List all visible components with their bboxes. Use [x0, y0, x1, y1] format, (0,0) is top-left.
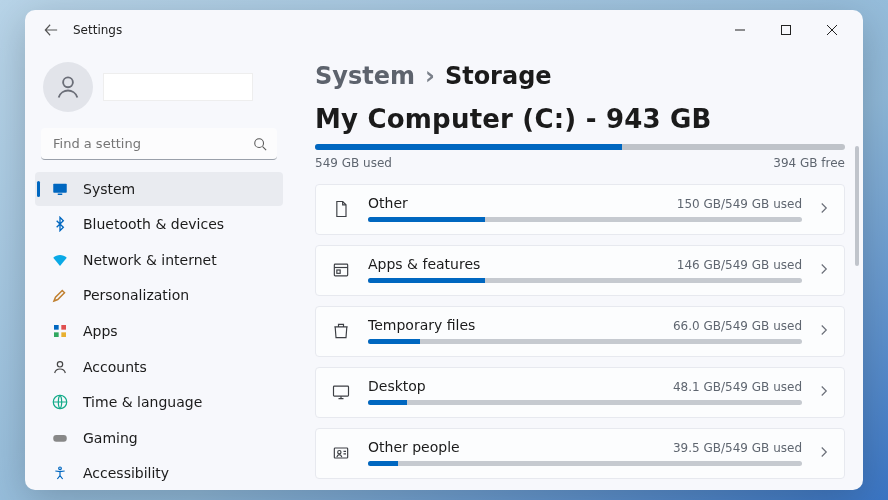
- globe-clock-icon: [51, 393, 69, 411]
- sidebar-item-system[interactable]: System: [35, 172, 283, 206]
- sidebar-item-label: Time & language: [83, 394, 202, 410]
- category-bar-fill: [368, 339, 420, 344]
- brush-icon: [51, 286, 69, 304]
- svg-rect-8: [61, 332, 66, 337]
- monitor-icon: [51, 180, 69, 198]
- sidebar-item-label: System: [83, 181, 135, 197]
- svg-point-9: [57, 361, 62, 366]
- main-content: System › Storage My Computer (C:) - 943 …: [293, 50, 863, 490]
- sidebar-item-accessibility[interactable]: Accessibility: [35, 457, 283, 491]
- svg-rect-0: [782, 26, 791, 35]
- svg-rect-15: [334, 386, 349, 396]
- category-usage-label: 48.1 GB/549 GB used: [673, 380, 802, 394]
- maximize-button[interactable]: [763, 14, 809, 46]
- sidebar-item-label: Bluetooth & devices: [83, 216, 224, 232]
- sidebar-item-label: Network & internet: [83, 252, 217, 268]
- sidebar-item-label: Accounts: [83, 359, 147, 375]
- minimize-button[interactable]: [717, 14, 763, 46]
- storage-category-row[interactable]: Desktop48.1 GB/549 GB used: [315, 367, 845, 418]
- drive-title: My Computer (C:) - 943 GB: [315, 104, 845, 134]
- category-body: Apps & features146 GB/549 GB used: [368, 256, 802, 283]
- svg-rect-11: [53, 435, 67, 442]
- desktop-icon: [330, 381, 352, 403]
- category-name: Apps & features: [368, 256, 480, 272]
- drive-free-label: 394 GB free: [773, 156, 845, 170]
- sidebar-item-network-internet[interactable]: Network & internet: [35, 243, 283, 277]
- search-input[interactable]: [41, 128, 277, 160]
- person-icon: [51, 358, 69, 376]
- breadcrumb-current: Storage: [445, 62, 552, 90]
- svg-rect-3: [53, 184, 67, 193]
- storage-categories: Other150 GB/549 GB usedApps & features14…: [315, 184, 845, 479]
- category-bar-fill: [368, 461, 398, 466]
- accessibility-icon: [51, 464, 69, 482]
- svg-rect-5: [54, 325, 59, 330]
- trash-icon: [330, 320, 352, 342]
- category-bar: [368, 461, 802, 466]
- sidebar-item-gaming[interactable]: Gaming: [35, 421, 283, 455]
- category-usage-label: 150 GB/549 GB used: [677, 197, 802, 211]
- chevron-right-icon: [818, 260, 830, 279]
- breadcrumb: System › Storage: [315, 56, 845, 98]
- storage-category-row[interactable]: Temporary files66.0 GB/549 GB used: [315, 306, 845, 357]
- category-bar-fill: [368, 400, 407, 405]
- category-bar-fill: [368, 217, 485, 222]
- avatar: [43, 62, 93, 112]
- storage-category-row[interactable]: Other people39.5 GB/549 GB used: [315, 428, 845, 479]
- sidebar-item-accounts[interactable]: Accounts: [35, 350, 283, 384]
- chevron-right-icon: [818, 321, 830, 340]
- breadcrumb-parent[interactable]: System: [315, 62, 415, 90]
- category-name: Other: [368, 195, 408, 211]
- app-window-icon: [330, 259, 352, 281]
- file-icon: [330, 198, 352, 220]
- close-button[interactable]: [809, 14, 855, 46]
- svg-point-2: [255, 139, 264, 148]
- search-icon: [253, 136, 267, 155]
- sidebar-item-label: Accessibility: [83, 465, 169, 481]
- category-usage-label: 146 GB/549 GB used: [677, 258, 802, 272]
- category-body: Desktop48.1 GB/549 GB used: [368, 378, 802, 405]
- drive-used-label: 549 GB used: [315, 156, 392, 170]
- svg-point-1: [63, 77, 73, 87]
- wifi-icon: [51, 251, 69, 269]
- settings-window: Settings SystemBluetooth & devicesNetwor…: [25, 10, 863, 490]
- drive-usage-bar: [315, 144, 845, 150]
- category-usage-label: 66.0 GB/549 GB used: [673, 319, 802, 333]
- sidebar-item-apps[interactable]: Apps: [35, 314, 283, 348]
- chevron-right-icon: [818, 443, 830, 462]
- svg-rect-4: [58, 193, 63, 195]
- sidebar-item-bluetooth-devices[interactable]: Bluetooth & devices: [35, 208, 283, 242]
- svg-rect-6: [61, 325, 66, 330]
- search-box[interactable]: [41, 128, 277, 160]
- category-name: Desktop: [368, 378, 426, 394]
- people-icon: [330, 442, 352, 464]
- category-usage-label: 39.5 GB/549 GB used: [673, 441, 802, 455]
- chevron-right-icon: [818, 199, 830, 218]
- svg-rect-7: [54, 332, 59, 337]
- sidebar-item-label: Gaming: [83, 430, 138, 446]
- svg-point-12: [59, 467, 62, 470]
- gamepad-icon: [51, 429, 69, 447]
- sidebar-item-label: Apps: [83, 323, 118, 339]
- back-icon[interactable]: [41, 20, 61, 40]
- chevron-right-icon: [818, 382, 830, 401]
- category-bar: [368, 400, 802, 405]
- scrollbar-thumb[interactable]: [855, 146, 859, 266]
- drive-usage-fill: [315, 144, 622, 150]
- sidebar-item-time-language[interactable]: Time & language: [35, 385, 283, 419]
- category-bar-fill: [368, 278, 485, 283]
- category-body: Other150 GB/549 GB used: [368, 195, 802, 222]
- category-bar: [368, 217, 802, 222]
- storage-category-row[interactable]: Apps & features146 GB/549 GB used: [315, 245, 845, 296]
- scrollbar[interactable]: [855, 86, 859, 480]
- category-name: Other people: [368, 439, 460, 455]
- apps-icon: [51, 322, 69, 340]
- account-header[interactable]: [35, 54, 283, 124]
- sidebar-item-personalization[interactable]: Personalization: [35, 279, 283, 313]
- category-body: Temporary files66.0 GB/549 GB used: [368, 317, 802, 344]
- bluetooth-icon: [51, 215, 69, 233]
- sidebar-item-label: Personalization: [83, 287, 189, 303]
- category-bar: [368, 339, 802, 344]
- svg-rect-14: [337, 270, 340, 273]
- storage-category-row[interactable]: Other150 GB/549 GB used: [315, 184, 845, 235]
